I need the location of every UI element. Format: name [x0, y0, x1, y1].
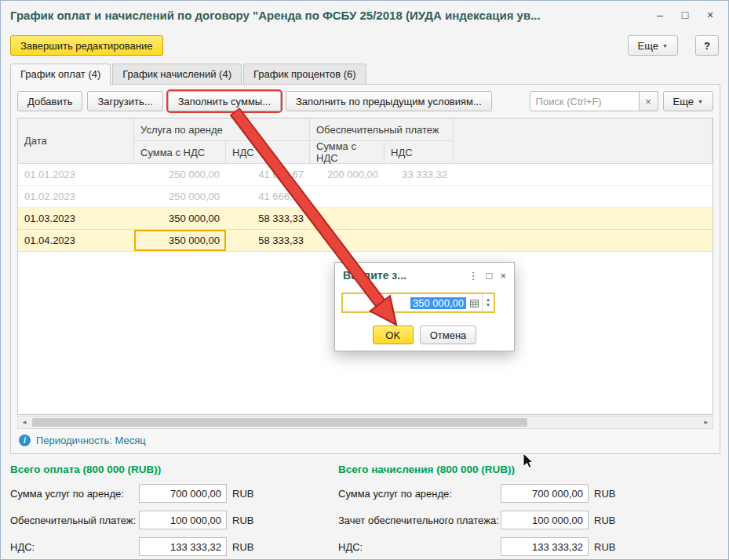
table-header: Дата Услуга по аренде Сумма с НДС НДС Об…	[18, 118, 713, 164]
tab-strip: График оплат (4) График начислений (4) Г…	[10, 64, 366, 84]
total-row: Обеспечительный платеж: RUB	[10, 511, 253, 529]
totals-accrual-block: Всего начисления (800 000 (RUB)) Сумма у…	[338, 464, 615, 560]
tab-label: График оплат (4)	[20, 68, 100, 80]
help-button[interactable]: ?	[695, 35, 719, 56]
scroll-thumb[interactable]	[32, 418, 527, 427]
tab-label: График начислений (4)	[122, 68, 231, 80]
toolbar-more-button[interactable]: Еще ▼	[663, 91, 713, 111]
cell-deposit-sum[interactable]	[310, 208, 385, 229]
total-value-field[interactable]	[139, 511, 227, 529]
cell-service-sum[interactable]: 350 000,00	[134, 208, 226, 229]
search-input[interactable]	[530, 91, 640, 111]
cell-deposit-vat[interactable]	[385, 208, 454, 229]
currency-label: RUB	[594, 541, 615, 553]
finish-editing-button[interactable]: Завершить редактирование	[10, 35, 163, 56]
col-header-deposit-group[interactable]: Обеспечительный платеж	[310, 118, 454, 141]
col-group-deposit: Обеспечительный платеж Сумма с НДС НДС	[310, 118, 454, 164]
total-label: НДС:	[10, 541, 139, 553]
cell-filler	[454, 230, 713, 251]
scroll-right-icon[interactable]: ►	[700, 419, 713, 426]
cell-date[interactable]: 01.01.2023	[18, 164, 134, 185]
minimize-icon[interactable]: –	[651, 6, 669, 24]
spin-down-icon[interactable]: ▼	[486, 303, 490, 308]
currency-label: RUB	[232, 541, 253, 553]
col-group-service: Услуга по аренде Сумма с НДС НДС	[134, 118, 310, 164]
tab-payment-schedule[interactable]: График оплат (4)	[10, 64, 111, 85]
col-header-date[interactable]: Дата	[18, 118, 134, 164]
cell-date[interactable]: 01.04.2023	[18, 230, 134, 251]
calculator-icon[interactable]	[466, 298, 482, 308]
total-row: НДС: RUB	[10, 537, 253, 556]
cancel-button[interactable]: Отмена	[420, 325, 477, 344]
cell-deposit-vat[interactable]	[385, 230, 454, 251]
periodicity-link[interactable]: Периодичность: Месяц	[36, 435, 146, 446]
chevron-down-icon: ▼	[698, 99, 703, 104]
search-clear-icon[interactable]: ×	[640, 91, 658, 111]
cell-service-vat[interactable]: 58 333,33	[226, 208, 310, 229]
table-row[interactable]: 01.03.2023 350 000,00 58 333,33	[18, 208, 713, 230]
dialog-menu-icon[interactable]: ⋮	[468, 270, 479, 282]
col-header-deposit-sum[interactable]: Сумма с НДС	[310, 141, 385, 164]
search-box: ×	[530, 91, 658, 111]
tab-accrual-schedule[interactable]: График начислений (4)	[112, 64, 242, 84]
col-header-deposit-vat[interactable]: НДС	[385, 141, 454, 164]
cell-deposit-vat[interactable]: 33 333,32	[385, 164, 454, 185]
maximize-icon[interactable]: □	[676, 6, 694, 24]
table-toolbar: Добавить Загрузить... Заполнить суммы...…	[17, 91, 713, 111]
ok-button[interactable]: OK	[373, 325, 414, 344]
input-selected-value[interactable]: 350 000,00	[410, 297, 466, 309]
tab-label: График процентов (6)	[253, 68, 356, 80]
tab-interest-schedule[interactable]: График процентов (6)	[243, 64, 366, 84]
total-value-field[interactable]	[139, 484, 227, 503]
cell-service-vat[interactable]: 41 666,67	[226, 164, 310, 185]
toolbar-more-label: Еще	[673, 96, 694, 107]
total-value-field[interactable]	[501, 537, 589, 556]
cell-deposit-sum[interactable]	[310, 186, 385, 207]
dialog-close-icon[interactable]: ×	[500, 270, 506, 282]
fill-previous-conditions-button[interactable]: Заполнить по предыдущим условиям...	[286, 91, 492, 111]
table-row[interactable]: 01.04.2023 350 000,00 58 333,33	[18, 230, 713, 252]
total-value-field[interactable]	[501, 511, 589, 529]
cell-deposit-sum[interactable]	[310, 230, 385, 251]
cell-filler	[454, 164, 713, 185]
table-row[interactable]: 01.02.2023 250 000,00 41 666,67	[18, 186, 713, 208]
cell-date[interactable]: 01.03.2023	[18, 208, 134, 229]
total-row: Сумма услуг по аренде: RUB	[338, 484, 615, 503]
horizontal-scrollbar[interactable]: ◄ ►	[17, 416, 713, 429]
periodicity-line: i Периодичность: Месяц	[19, 432, 146, 448]
value-input[interactable]: 350 000,00 ▲ ▼	[341, 293, 495, 313]
cell-service-sum[interactable]: 250 000,00	[134, 186, 226, 207]
cell-deposit-vat[interactable]	[385, 186, 454, 207]
total-label: Зачет обеспечительного платежа:	[338, 515, 501, 526]
title-bar: График оплат и начислений по договору "А…	[1, 1, 728, 29]
close-icon[interactable]: ×	[702, 6, 719, 24]
top-more-label: Еще	[638, 40, 658, 52]
scroll-left-icon[interactable]: ◄	[18, 419, 31, 426]
table-row[interactable]: 01.01.2023 250 000,00 41 666,67 200 000,…	[18, 164, 713, 186]
cell-service-sum[interactable]: 250 000,00	[134, 164, 226, 185]
cell-date[interactable]: 01.02.2023	[18, 186, 134, 207]
top-more-button[interactable]: Еще ▼	[628, 35, 678, 56]
col-header-filler	[454, 118, 713, 164]
total-label: Сумма услуг по аренде:	[10, 488, 139, 500]
cell-service-sum-selected[interactable]: 350 000,00	[134, 230, 226, 251]
col-header-service-sum[interactable]: Сумма с НДС	[134, 141, 226, 164]
spinner-control[interactable]: ▲ ▼	[482, 294, 494, 311]
currency-label: RUB	[232, 488, 253, 500]
cell-service-vat[interactable]: 58 333,33	[226, 230, 310, 251]
enter-value-dialog: Введите з... ⋮ □ × 350 000,00 ▲ ▼ OK Отм…	[334, 262, 515, 351]
load-button[interactable]: Загрузить...	[87, 91, 162, 111]
cell-service-vat[interactable]: 41 666,67	[226, 186, 310, 207]
spin-up-icon[interactable]: ▲	[486, 297, 490, 303]
col-header-service-group[interactable]: Услуга по аренде	[134, 118, 310, 141]
cell-deposit-sum[interactable]: 200 000,00	[310, 164, 385, 185]
dialog-maximize-icon[interactable]: □	[487, 270, 493, 282]
fill-sums-button[interactable]: Заполнить суммы...	[168, 91, 281, 111]
app-window: График оплат и начислений по договору "А…	[0, 0, 729, 560]
scroll-track[interactable]	[31, 416, 700, 428]
total-value-field[interactable]	[139, 537, 227, 556]
add-button[interactable]: Добавить	[17, 91, 82, 111]
total-label: Обеспечительный платеж:	[10, 515, 139, 526]
col-header-service-vat[interactable]: НДС	[226, 141, 310, 164]
total-value-field[interactable]	[501, 484, 589, 503]
